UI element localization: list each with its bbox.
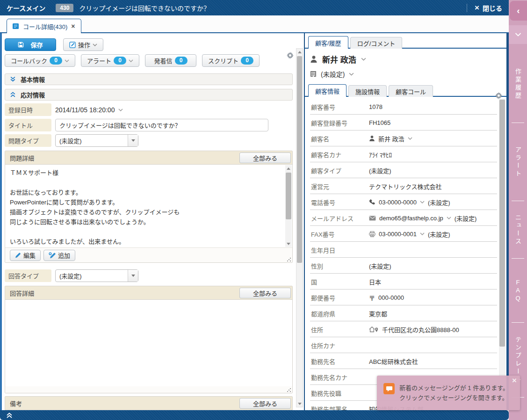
count-badge: 0	[241, 57, 253, 65]
answer-detail-section: 回答詳細 全部みる	[5, 286, 293, 393]
see-all-button[interactable]: 全部みる	[239, 398, 291, 409]
chevron-down-icon[interactable]	[349, 72, 354, 76]
field-label: 住所	[308, 325, 369, 334]
tab-customer-info-2[interactable]: 顧客コール	[389, 85, 433, 97]
tab-label: コール詳細(430)	[23, 22, 67, 31]
collapse-sidebar-button[interactable]: ‹	[510, 1, 527, 21]
edit-button[interactable]: 編集	[10, 250, 41, 261]
side-tab-1[interactable]: アラート	[509, 123, 527, 201]
field-label: 顧客番号	[308, 102, 369, 111]
select-arrow-icon	[128, 135, 138, 146]
count-badge: 0	[175, 57, 188, 65]
tab-customer-info-0[interactable]: 顧客情報	[308, 84, 347, 97]
field-label: メールアドレス	[308, 214, 369, 223]
person-icon	[369, 135, 375, 142]
toast-close-icon[interactable]: ×	[512, 376, 517, 385]
field-label: 勤務先役職	[308, 389, 369, 398]
scroll-down-icon[interactable]	[285, 240, 292, 247]
tab-close-icon[interactable]: ×	[71, 22, 75, 30]
problem-detail-label: 問題詳細	[10, 153, 34, 162]
toast-line1: 新着のメッセージングが 1 件あります。	[399, 383, 509, 393]
chevron-down-icon[interactable]	[118, 109, 123, 111]
close-window-button[interactable]: × 閉じる	[475, 3, 502, 13]
save-label: 保存	[30, 40, 43, 49]
tab-label: 顧客コール	[396, 87, 426, 96]
section-response-info[interactable]: 応対情報	[5, 89, 293, 101]
field-value: 000-0000	[378, 294, 404, 301]
answer-type-select[interactable]: (未設定)	[55, 269, 138, 282]
field-label: FAX番号	[308, 230, 369, 239]
field-value: 03-0000-0001	[379, 231, 417, 238]
postal-icon: 〒	[369, 293, 375, 302]
problem-type-select[interactable]: (未設定)	[55, 134, 138, 147]
chevron-down-icon[interactable]	[361, 58, 366, 61]
operation-menu-button[interactable]: 操作	[63, 38, 103, 51]
gear-icon[interactable]	[287, 52, 294, 59]
scroll-down-icon[interactable]	[296, 400, 303, 407]
field-label: 国	[308, 277, 369, 286]
textarea-scrollbar[interactable]	[285, 165, 292, 247]
problem-detail-textarea[interactable]: ＴＭＸサポート様 お世話になっております。 PowerPointerに関して質問…	[5, 164, 292, 247]
chevron-down-icon[interactable]	[408, 137, 412, 140]
scrollbar-thumb[interactable]	[286, 173, 291, 219]
tab-customer-info-1[interactable]: 施設情報	[348, 85, 387, 97]
phone-icon	[369, 199, 375, 205]
title-input[interactable]	[55, 119, 268, 131]
tab-customer-history-0[interactable]: 顧客/履歴	[308, 36, 348, 49]
save-button[interactable]: 保存	[5, 38, 56, 51]
see-all-button[interactable]: 全部みる	[239, 288, 291, 298]
panel-scrollbar[interactable]	[499, 99, 505, 410]
answer-type-value: (未設定)	[56, 271, 128, 280]
chevron-down-icon	[93, 43, 97, 46]
side-tab-3[interactable]: FAQ	[509, 259, 527, 323]
side-tab-0[interactable]: 作業履歴	[509, 45, 527, 123]
tab-call-detail[interactable]: コール詳細(430) ×	[7, 19, 81, 33]
field-value: (未設定)	[369, 261, 391, 270]
title-bar: ケースメイン 430 クリップイメージは回転できないのですか？ × 閉じる	[0, 0, 510, 15]
customer-field-row: 顧客名カナｱﾗｲ ﾏｻﾋﾛ	[308, 146, 501, 162]
registration-date-value: 2014/11/05 18:20:00	[55, 106, 115, 114]
chevron-down-icon[interactable]	[420, 232, 425, 235]
title-row: タイトル	[5, 119, 293, 131]
see-all-button[interactable]: 全部みる	[239, 152, 291, 163]
bottom-bar	[0, 410, 509, 420]
answer-detail-textarea[interactable]	[5, 299, 292, 386]
customer-field-row: 顧客番号1078	[308, 99, 501, 115]
resize-grip[interactable]	[287, 257, 291, 261]
customer-panel: 顧客/履歴ログ/コメント 新井 政浩 (未設定)	[305, 33, 509, 410]
panel-scrollbar[interactable]	[296, 48, 303, 407]
counter-button-1[interactable]: アラート0	[81, 54, 139, 67]
gear-icon[interactable]	[495, 92, 502, 99]
case-title: クリップイメージは回転できないのですか？	[79, 3, 210, 13]
counter-button-2[interactable]: 発着信0	[145, 54, 196, 67]
double-chevron-up-icon[interactable]	[6, 412, 13, 419]
chevron-down-icon[interactable]	[420, 201, 425, 203]
add-label: 追加	[58, 251, 70, 260]
customer-field-row: 生年月日	[308, 242, 501, 258]
resize-grip[interactable]	[287, 388, 291, 392]
side-tab-2[interactable]: ニュース	[509, 201, 527, 259]
field-value: FH1065	[369, 119, 390, 126]
scroll-up-icon[interactable]	[296, 49, 303, 55]
chevron-down-icon	[129, 59, 133, 62]
tab-label: 施設情報	[355, 87, 380, 96]
field-label: 都道府県	[308, 309, 369, 318]
counter-button-0[interactable]: コールバック0	[5, 54, 75, 67]
message-toast[interactable]: × 新着のメッセージングが 1 件あります。 クリックでメッセージングを開きます…	[377, 376, 520, 410]
chevron-down-icon[interactable]	[447, 217, 451, 219]
sidebar-chevron-down-icon[interactable]	[509, 25, 527, 44]
counter-button-3[interactable]: スクリプト0	[202, 54, 260, 67]
tab-customer-history-1[interactable]: ログ/コメント	[350, 37, 403, 49]
scrollbar-thumb[interactable]	[499, 100, 505, 347]
answer-type-label: 回答タイプ	[5, 269, 51, 282]
chat-bubble-icon	[383, 383, 395, 394]
tab-label: 顧客情報	[315, 87, 339, 95]
add-button[interactable]: 追加	[43, 250, 75, 261]
scroll-up-icon[interactable]	[285, 165, 292, 172]
scrollbar-thumb[interactable]	[297, 56, 302, 263]
section-basic-info[interactable]: 基本情報	[5, 73, 293, 85]
customer-field-row: 国日本	[308, 274, 501, 290]
field-label: 勤務先部署名	[308, 405, 369, 411]
customer-info-tabs: 顧客情報施設情報顧客コール	[308, 81, 501, 97]
person-icon	[310, 55, 318, 63]
